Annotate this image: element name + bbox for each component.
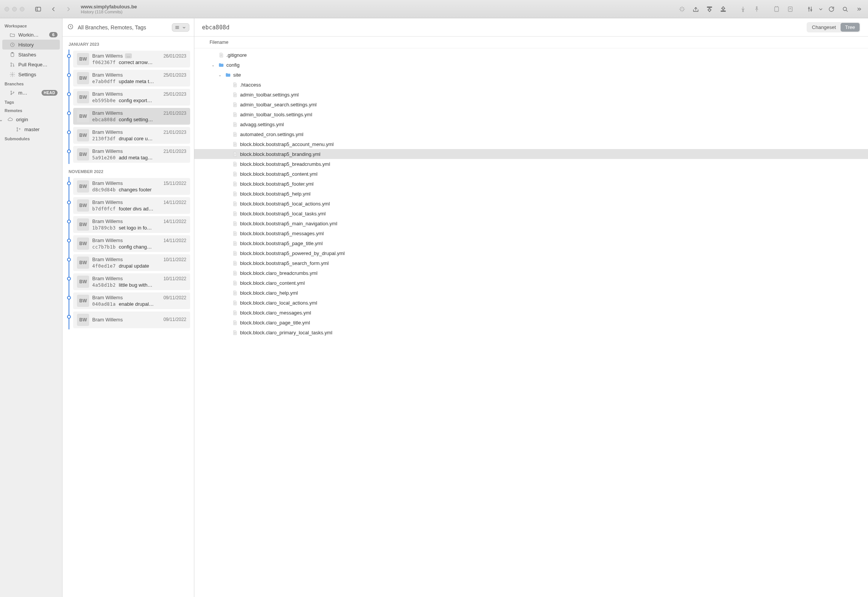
history-header: All Branches, Remotes, Tags (62, 18, 194, 37)
diff-mode-toggle[interactable]: Changeset Tree (807, 22, 860, 32)
branch-filter-label[interactable]: All Branches, Remotes, Tags (78, 24, 168, 30)
close-window-button[interactable] (5, 7, 9, 11)
stash-icon[interactable] (770, 3, 783, 15)
sidebar-item-history[interactable]: History (2, 40, 60, 50)
commit-row[interactable]: BW Bram Willems 10/11/2022 4a58d1b2 litt… (62, 272, 194, 291)
tree-file[interactable]: automated_cron.settings.yml (194, 129, 868, 139)
sidebar-toggle-button[interactable] (32, 3, 44, 15)
forward-button[interactable] (62, 3, 75, 15)
commit-hash: 1b789cb3 (92, 225, 116, 231)
sidebar-item-working-copy[interactable]: Workin… 6 (0, 30, 62, 40)
file-icon (232, 191, 238, 197)
disclosure-icon[interactable]: ⌄ (217, 73, 223, 77)
refresh-icon[interactable] (825, 3, 838, 15)
tree-file[interactable]: block.block.bootstrap5_local_actions.yml (194, 199, 868, 209)
tree-file[interactable]: block.block.bootstrap5_help.yml (194, 189, 868, 199)
commit-row[interactable]: BW Bram Willems 25/01/2023 eb595b0e conf… (62, 88, 194, 107)
tree-file[interactable]: block.block.claro_breadcrumbs.yml (194, 268, 868, 278)
commit-date: 10/11/2022 (163, 257, 186, 262)
search-icon[interactable] (839, 3, 851, 15)
unstash-icon[interactable] (784, 3, 796, 15)
commit-row[interactable]: BW Bram Willems 21/01/2023 5a91e260 add … (62, 145, 194, 164)
settings-icon[interactable] (804, 3, 816, 15)
fetch-down-icon[interactable] (737, 3, 749, 15)
tree-file[interactable]: block.block.bootstrap5_main_navigation.y… (194, 218, 868, 228)
author-avatar: BW (77, 110, 89, 122)
back-button[interactable] (47, 3, 59, 15)
svg-point-27 (17, 127, 18, 128)
node-name: block.block.bootstrap5_breadcrumbs.yml (240, 161, 330, 167)
tree-file[interactable]: block.block.claro_help.yml (194, 288, 868, 298)
history-icon (9, 42, 15, 48)
node-name: block.block.bootstrap5_powered_by_drupal… (240, 250, 345, 256)
sidebar-item-remote-branch[interactable]: master (0, 124, 62, 134)
tree-file[interactable]: block.block.bootstrap5_powered_by_drupal… (194, 248, 868, 258)
commit-row[interactable]: BW Bram Willems 15/11/2022 d8c9d84b chan… (62, 177, 194, 196)
sidebar-item-pull-requests[interactable]: Pull Reque… (0, 59, 62, 69)
fetch-up-icon[interactable] (751, 3, 763, 15)
tree-mode-button[interactable]: Tree (841, 23, 860, 32)
chevron-down-icon[interactable] (818, 3, 824, 15)
commit-graph (62, 215, 73, 234)
commit-list[interactable]: JANUARY 2023 BW Bram Willems … 26/01/202… (62, 37, 194, 597)
commit-row[interactable]: BW Bram Willems 21/01/2023 ebca808d conf… (62, 107, 194, 126)
commit-row[interactable]: BW Bram Willems … 26/01/2023 f062367f co… (62, 50, 194, 69)
pull-icon[interactable] (703, 3, 716, 15)
tree-file[interactable]: block.block.bootstrap5_branding.yml (194, 149, 868, 159)
tree-folder[interactable]: ⌄ config (194, 60, 868, 70)
sidebar-item-stashes[interactable]: Stashes (0, 50, 62, 59)
tree-file[interactable]: .gitignore (194, 50, 868, 60)
tree-file[interactable]: .htaccess (194, 80, 868, 90)
ref-chip: … (125, 53, 132, 58)
tree-file[interactable]: block.block.bootstrap5_page_title.yml (194, 238, 868, 248)
pull-request-icon (9, 61, 15, 67)
disclosure-icon[interactable]: ⌄ (210, 63, 216, 67)
node-name: block.block.bootstrap5_search_form.yml (240, 260, 329, 266)
commit-row[interactable]: BW Bram Willems 14/11/2022 1b789cb3 set … (62, 215, 194, 234)
file-tree[interactable]: .gitignore ⌄ config ⌄ site .htaccess adm… (194, 48, 868, 597)
changeset-mode-button[interactable]: Changeset (807, 23, 841, 32)
tree-file[interactable]: admin_toolbar_tools.settings.yml (194, 109, 868, 119)
tree-file[interactable]: block.block.claro_content.yml (194, 278, 868, 288)
svg-point-14 (810, 9, 812, 10)
tree-file[interactable]: admin_toolbar_search.settings.yml (194, 100, 868, 109)
tree-file[interactable]: block.block.claro_page_title.yml (194, 318, 868, 327)
overflow-icon[interactable] (853, 3, 865, 15)
zoom-window-button[interactable] (20, 7, 24, 11)
chevron-down-icon[interactable]: ⌄ (0, 117, 3, 122)
tree-file[interactable]: admin_toolbar.settings.yml (194, 90, 868, 100)
commit-row[interactable]: BW Bram Willems 10/11/2022 4f0ed1e7 drup… (62, 253, 194, 272)
commit-row[interactable]: BW Bram Willems 14/11/2022 cc7b7b1b conf… (62, 234, 194, 253)
sparkle-icon[interactable] (676, 3, 688, 15)
tree-file[interactable]: block.block.bootstrap5_search_form.yml (194, 258, 868, 268)
commit-hash: 040ad81a (92, 302, 116, 307)
push-icon[interactable] (717, 3, 729, 15)
minimize-window-button[interactable] (12, 7, 17, 11)
tree-file[interactable]: advagg.settings.yml (194, 119, 868, 129)
tree-file[interactable]: block.block.claro_local_actions.yml (194, 298, 868, 308)
commit-row[interactable]: BW Bram Willems 09/11/2022 (62, 310, 194, 329)
commit-row[interactable]: BW Bram Willems 14/11/2022 b7df0fcf foot… (62, 196, 194, 215)
commit-hash: ebca808d (92, 117, 116, 122)
commit-date: 25/01/2023 (163, 72, 186, 78)
commit-graph (62, 272, 73, 291)
commit-row[interactable]: BW Bram Willems 25/01/2023 e7ab0dff upda… (62, 69, 194, 88)
tree-file[interactable]: block.block.bootstrap5_content.yml (194, 169, 868, 179)
tree-file[interactable]: block.block.bootstrap5_local_tasks.yml (194, 209, 868, 218)
tree-file[interactable]: block.block.claro_primary_local_tasks.ym… (194, 327, 868, 337)
sidebar-item-settings[interactable]: Settings (0, 69, 62, 79)
commit-icon[interactable] (690, 3, 702, 15)
commit-row[interactable]: BW Bram Willems 09/11/2022 040ad81a enab… (62, 291, 194, 310)
view-mode-toggle[interactable] (172, 23, 189, 32)
tree-file[interactable]: block.block.bootstrap5_messages.yml (194, 228, 868, 238)
commit-row[interactable]: BW Bram Willems 21/01/2023 2130f3df drup… (62, 126, 194, 145)
tree-folder[interactable]: ⌄ site (194, 70, 868, 80)
commit-message: correct arrow… (119, 59, 153, 65)
tree-file[interactable]: block.block.bootstrap5_footer.yml (194, 179, 868, 189)
tree-file[interactable]: block.block.bootstrap5_breadcrumbs.yml (194, 159, 868, 169)
sidebar-item-branch-master[interactable]: m… HEAD (0, 88, 62, 98)
commit-author: Bram Willems (92, 110, 123, 116)
tree-file[interactable]: block.block.bootstrap5_account_menu.yml (194, 139, 868, 149)
sidebar-item-remote-origin[interactable]: ⌄ origin (0, 114, 62, 124)
tree-file[interactable]: block.block.claro_messages.yml (194, 308, 868, 318)
